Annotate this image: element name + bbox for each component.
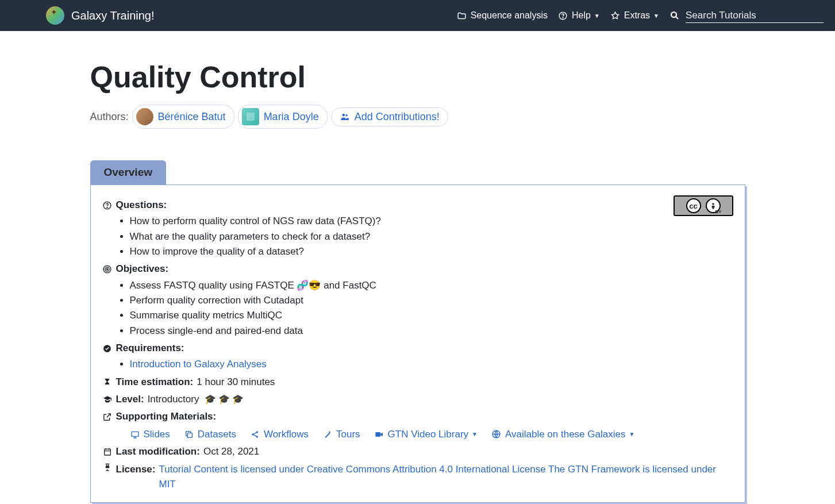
nav-help[interactable]: Help ▼ — [558, 10, 600, 21]
star-icon — [610, 10, 621, 21]
list-item: Summarise quality metrics MultiQC — [130, 308, 733, 323]
svg-point-4 — [345, 114, 348, 117]
svg-rect-17 — [375, 432, 380, 437]
author-name: Bérénice Batut — [158, 111, 226, 123]
globe-icon — [491, 429, 502, 440]
search-input[interactable] — [686, 9, 824, 23]
license: License: Tutorial Content is licensed un… — [102, 462, 733, 493]
authors-row: Authors: Bérénice Batut Maria Doyle Add … — [90, 105, 745, 129]
sup-label: Datasets — [198, 427, 236, 442]
caret-down-icon: ▼ — [629, 430, 634, 439]
authors-label: Authors: — [90, 111, 129, 123]
users-icon — [340, 111, 350, 122]
copy-icon — [184, 429, 194, 440]
supporting-datasets[interactable]: Datasets — [184, 427, 236, 442]
list-item: Assess FASTQ quality using FASTQE 🧬😎 and… — [130, 278, 733, 293]
questions-list: How to perform quality control of NGS ra… — [102, 214, 733, 259]
external-link-icon — [102, 412, 113, 422]
author-pill[interactable]: Bérénice Batut — [132, 105, 234, 129]
sup-label: Workflows — [264, 427, 309, 442]
list-item: What are the quality parameters to check… — [130, 229, 733, 244]
check-circle-icon — [102, 343, 113, 353]
cc-by-badge[interactable]: cc BY — [674, 195, 733, 216]
sup-label: Tours — [336, 427, 360, 442]
time-value: 1 hour 30 minutes — [197, 375, 275, 390]
supporting-row: Slides Datasets Workflows Tours — [102, 427, 733, 442]
svg-rect-19 — [104, 449, 110, 456]
svg-point-3 — [342, 114, 345, 117]
level-value: Introductory — [148, 392, 199, 407]
list-item: How to perform quality control of NGS ra… — [130, 214, 733, 229]
nav-extras[interactable]: Extras ▼ — [610, 10, 659, 21]
supporting-heading: Supporting Materials: — [102, 409, 733, 424]
svg-point-5 — [712, 203, 714, 205]
svg-point-1 — [563, 17, 563, 18]
share-icon — [250, 429, 260, 440]
questions-heading: Questions: — [102, 198, 733, 213]
svg-point-7 — [107, 207, 107, 207]
graduation-cap-icon — [102, 394, 113, 405]
nav-sequence-analysis[interactable]: Sequence analysis — [457, 10, 548, 21]
tab-overview[interactable]: Overview — [90, 160, 167, 184]
hourglass-icon — [102, 377, 113, 387]
last-modification: Last modification: Oct 28, 2021 — [102, 444, 733, 459]
requirements-heading: Requirements: — [102, 341, 733, 356]
sup-label: Available on these Galaxies — [505, 427, 626, 442]
supporting-slides[interactable]: Slides — [130, 427, 170, 442]
calendar-icon — [102, 447, 113, 457]
requirements-list: Introduction to Galaxy Analyses — [102, 357, 733, 372]
brand-logo-icon — [46, 6, 64, 25]
svg-rect-13 — [187, 433, 192, 437]
overview-section: Overview cc BY Questions: How to perform… — [90, 160, 745, 503]
graduation-cap-icon: 🎓 — [232, 393, 244, 407]
page-title: Quality Control — [90, 60, 745, 94]
objectives-heading: Objectives: — [102, 261, 733, 276]
graduation-cap-icon: 🎓 — [205, 393, 216, 407]
list-item: Process single-end and paired-end data — [130, 324, 733, 338]
overview-panel: cc BY Questions: How to perform quality … — [90, 184, 745, 503]
nav-label: Sequence analysis — [471, 10, 548, 21]
search-wrap — [669, 9, 824, 23]
svg-point-10 — [106, 268, 107, 270]
top-navbar: Galaxy Training! Sequence analysis Help … — [0, 0, 835, 31]
author-name: Maria Doyle — [264, 111, 319, 123]
author-pill[interactable]: Maria Doyle — [238, 105, 328, 129]
folder-icon — [457, 10, 467, 21]
nav-label: Extras — [624, 10, 650, 21]
slides-icon — [130, 429, 140, 440]
requirement-link[interactable]: Introduction to Galaxy Analyses — [130, 359, 267, 370]
supporting-video[interactable]: GTN Video Library ▼ — [374, 427, 478, 442]
search-icon[interactable] — [669, 10, 680, 21]
time-estimation: Time estimation: 1 hour 30 minutes — [102, 375, 733, 390]
balance-scale-icon — [102, 462, 113, 472]
nav-label: Help — [572, 10, 591, 21]
cc-icon: cc — [686, 198, 701, 213]
supporting-tours[interactable]: Tours — [322, 427, 360, 442]
license-link[interactable]: Tutorial Content is licensed under Creat… — [159, 464, 715, 490]
sup-label: Slides — [144, 427, 170, 442]
objectives-list: Assess FASTQ quality using FASTQE 🧬😎 and… — [102, 278, 733, 338]
graduation-cap-icon: 🎓 — [218, 393, 230, 407]
svg-rect-12 — [132, 432, 138, 436]
bullseye-icon — [102, 264, 113, 275]
by-text: BY — [715, 209, 721, 214]
level: Level: Introductory 🎓 🎓 🎓 — [102, 392, 733, 407]
add-contributions-button[interactable]: Add Contributions! — [331, 107, 448, 126]
video-icon — [374, 429, 384, 440]
question-circle-icon — [102, 200, 113, 210]
caret-down-icon: ▼ — [653, 13, 659, 19]
lastmod-value: Oct 28, 2021 — [203, 444, 259, 459]
sup-label: GTN Video Library — [388, 427, 468, 442]
question-circle-icon — [558, 10, 568, 21]
level-indicator: 🎓 🎓 🎓 — [205, 393, 244, 407]
list-item: Perform quality correction with Cutadapt — [130, 293, 733, 308]
list-item: Introduction to Galaxy Analyses — [130, 357, 733, 372]
brand-text: Galaxy Training! — [71, 9, 155, 22]
supporting-galaxies[interactable]: Available on these Galaxies ▼ — [491, 427, 634, 442]
list-item: How to improve the quality of a dataset? — [130, 244, 733, 259]
caret-down-icon: ▼ — [472, 430, 478, 439]
brand[interactable]: Galaxy Training! — [46, 6, 155, 25]
add-label: Add Contributions! — [355, 111, 440, 123]
svg-point-2 — [671, 12, 676, 17]
supporting-workflows[interactable]: Workflows — [250, 427, 309, 442]
